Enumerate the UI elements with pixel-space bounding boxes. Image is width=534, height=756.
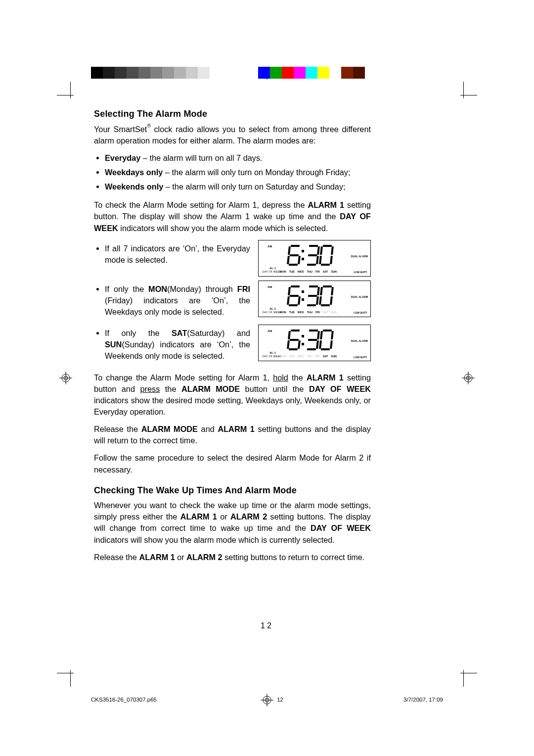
crop-mark (57, 82, 77, 101)
check-paragraph: To check the Alarm Mode setting for Alar… (94, 199, 371, 234)
release-paragraph: Release the ALARM MODE and ALARM 1 setti… (94, 424, 371, 446)
follow-paragraph: Follow the same procedure to select the … (94, 452, 371, 475)
color-calibration-bar (258, 67, 365, 79)
crop-mark (457, 82, 477, 101)
grayscale-calibration-bar (91, 67, 222, 79)
check-p2: Release the ALARM 1 or ALARM 2 setting b… (94, 552, 371, 563)
mode-everyday-row: If all 7 indicators are ‘On’, the Everyd… (94, 240, 371, 277)
mode-weekdays-row: If only the MON(Monday) through FRI (Fri… (94, 281, 371, 321)
page-number: 12 (0, 621, 534, 630)
list-item: Weekends only – the alarm will only turn… (105, 181, 371, 192)
alarm-mode-list: Everyday – the alarm will turn on all 7 … (94, 152, 371, 192)
footer-page: 12 (157, 697, 403, 703)
footer-line: CKS3516-26_070307.p65 12 3/7/2007, 17:09 (91, 697, 443, 703)
change-paragraph: To change the Alarm Mode setting for Ala… (94, 372, 371, 418)
check-p1: Whenever you want to check the wake up t… (94, 500, 371, 546)
registration-mark-icon (462, 372, 475, 384)
registration-mark-icon (59, 372, 72, 384)
registered-trademark-icon: ® (147, 123, 150, 129)
crop-mark (57, 667, 77, 687)
crop-mark (457, 667, 477, 687)
list-item: Everyday – the alarm will turn on all 7 … (105, 152, 371, 164)
footer-timestamp: 3/7/2007, 17:09 (403, 697, 443, 703)
list-item: If only the MON(Monday) through FRI (Fri… (105, 284, 250, 318)
intro-paragraph: Your SmartSet® clock radio allows you to… (94, 124, 371, 146)
mode-weekends-row: If only the SAT(Saturday) and SUN(Sunday… (94, 325, 371, 365)
heading-selecting-alarm-mode: Selecting The Alarm Mode (94, 108, 371, 121)
lcd-figure-weekdays: AMAL 1DAY OF WEEKDUAL ALARMLOW BATT.MONT… (258, 281, 371, 317)
lcd-figure-everyday: AMAL 1DAY OF WEEKDUAL ALARMLOW BATT.MONT… (258, 240, 371, 277)
heading-checking-wake-up: Checking The Wake Up Times And Alarm Mod… (94, 484, 371, 497)
list-item: Weekdays only – the alarm will only turn… (105, 167, 371, 178)
lcd-figure-weekends: AMAL 1DAY OF WEEKDUAL ALARMLOW BATT.MONT… (258, 325, 371, 361)
list-item: If all 7 indicators are ‘On’, the Everyd… (105, 243, 250, 266)
list-item: If only the SAT(Saturday) and SUN(Sunday… (105, 328, 250, 362)
content-column: Selecting The Alarm Mode Your SmartSet® … (94, 108, 371, 569)
footer-filename: CKS3516-26_070307.p65 (91, 697, 157, 703)
